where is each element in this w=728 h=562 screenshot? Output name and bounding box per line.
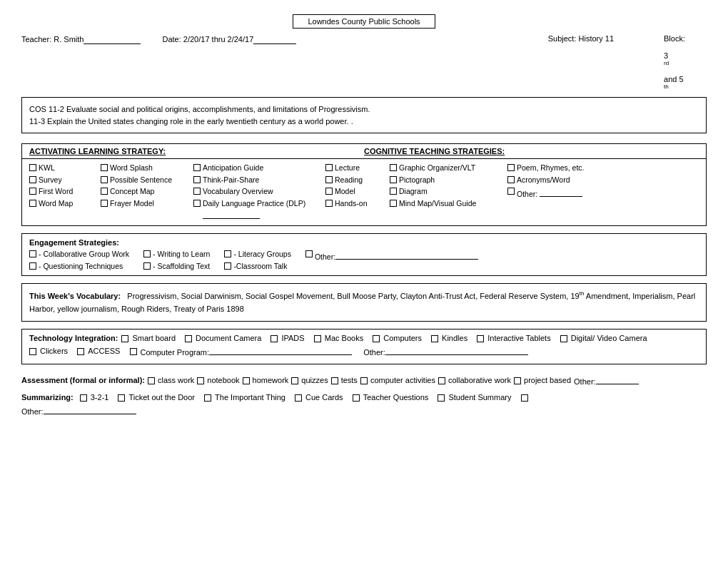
list-item: Graphic Organizer/VLT bbox=[390, 163, 507, 173]
ticketdoor-checkbox[interactable] bbox=[118, 394, 125, 402]
macbooks-label: Mac Books bbox=[325, 334, 363, 342]
wordmap-checkbox[interactable] bbox=[29, 200, 36, 207]
clickers-checkbox[interactable] bbox=[29, 348, 36, 355]
video-checkbox[interactable] bbox=[560, 335, 567, 342]
computers-checkbox[interactable] bbox=[373, 335, 380, 342]
kwl-label: KWL bbox=[39, 163, 55, 173]
notebook-checkbox[interactable] bbox=[197, 377, 204, 384]
list-item: Acronyms/Word bbox=[507, 175, 699, 185]
acronyms-label: Acronyms/Word bbox=[517, 175, 570, 185]
list-item: Possible Sentence bbox=[101, 175, 193, 185]
poem-checkbox[interactable] bbox=[507, 164, 515, 171]
possiblesentence-checkbox[interactable] bbox=[101, 176, 108, 183]
handson-checkbox[interactable] bbox=[325, 200, 333, 207]
lecture-checkbox[interactable] bbox=[325, 164, 333, 171]
homework-label: homework bbox=[253, 376, 289, 384]
ticketdoor-label: Ticket out the Door bbox=[128, 393, 195, 402]
compactivities-checkbox[interactable] bbox=[360, 377, 368, 384]
date-underline bbox=[253, 34, 296, 44]
other-engagement-checkbox[interactable] bbox=[305, 250, 313, 257]
321-checkbox[interactable] bbox=[80, 394, 87, 402]
kwl-checkbox[interactable] bbox=[29, 164, 36, 171]
block-label: Block: bbox=[664, 34, 685, 43]
projectbased-checkbox[interactable] bbox=[514, 377, 521, 384]
survey-checkbox[interactable] bbox=[29, 176, 36, 183]
list-item: -Classroom Talk bbox=[224, 262, 291, 272]
list-item: Think-Pair-Share bbox=[193, 175, 325, 185]
smartboard-checkbox[interactable] bbox=[121, 335, 128, 342]
graphicorg-checkbox[interactable] bbox=[390, 164, 397, 171]
technology-box: Technology Integration: Smart board Docu… bbox=[21, 329, 707, 364]
list-item: - Literacy Groups bbox=[224, 250, 291, 260]
lecture-label: Lecture bbox=[335, 163, 360, 173]
list-item: Lecture bbox=[325, 163, 390, 173]
importantthing-checkbox[interactable] bbox=[204, 394, 211, 402]
graphicorg-label: Graphic Organizer/VLT bbox=[399, 163, 475, 173]
cos-line1: COS 11-2 Evaluate social and political o… bbox=[29, 103, 699, 116]
block-field: Block: 3rd and 5th bbox=[664, 34, 685, 90]
collab-label: - Collaborative Group Work bbox=[39, 250, 129, 260]
wordsplash-checkbox[interactable] bbox=[101, 164, 108, 171]
scaffolding-checkbox[interactable] bbox=[143, 262, 151, 270]
kindles-label: Kindles bbox=[442, 334, 467, 342]
dlp-checkbox[interactable] bbox=[193, 200, 201, 207]
cuecards-checkbox[interactable] bbox=[295, 394, 302, 402]
model-checkbox[interactable] bbox=[325, 188, 333, 195]
list-item: Other: bbox=[507, 187, 699, 200]
vocaboverview-label: Vocabulary Overview bbox=[203, 187, 273, 197]
acronyms-checkbox[interactable] bbox=[507, 176, 515, 183]
technology-row1: Technology Integration: Smart board Docu… bbox=[29, 334, 699, 342]
conceptmap-checkbox[interactable] bbox=[101, 188, 108, 195]
doccam-label: Document Camera bbox=[196, 334, 261, 342]
doccam-checkbox[interactable] bbox=[185, 335, 192, 342]
compprogram-label: Computer Program: bbox=[141, 345, 353, 357]
firstword-checkbox[interactable] bbox=[29, 188, 36, 195]
tablets-checkbox[interactable] bbox=[477, 335, 484, 342]
pictograph-label: Pictograph bbox=[399, 175, 435, 185]
macbooks-checkbox[interactable] bbox=[314, 335, 321, 342]
survey-label: Survey bbox=[39, 175, 62, 185]
list-item: Daily Language Practice (DLP) bbox=[193, 199, 325, 221]
reading-checkbox[interactable] bbox=[325, 176, 333, 183]
compprogram-checkbox[interactable] bbox=[130, 348, 137, 355]
strategies-header: ACTIVATING LEARNING STRATEGY: COGNITIVE … bbox=[22, 144, 706, 159]
collab-checkbox[interactable] bbox=[29, 250, 36, 257]
activating-col1: KWL Survey First Word Word Map bbox=[29, 163, 101, 221]
kindles-checkbox[interactable] bbox=[431, 335, 438, 342]
frayermodel-checkbox[interactable] bbox=[101, 200, 108, 207]
teacher-row: Teacher: R. Smith Date: 2/20/17 thru 2/2… bbox=[21, 34, 707, 90]
activating-header: ACTIVATING LEARNING STRATEGY: bbox=[29, 147, 364, 155]
writing-checkbox[interactable] bbox=[143, 250, 151, 257]
diagram-checkbox[interactable] bbox=[390, 188, 397, 195]
vocaboverview-checkbox[interactable] bbox=[193, 188, 201, 195]
list-item: Word Map bbox=[29, 199, 101, 209]
list-item: Other: bbox=[305, 250, 699, 262]
quizzes-checkbox[interactable] bbox=[291, 377, 298, 384]
smartboard-label: Smart board bbox=[132, 334, 176, 342]
classwork-checkbox[interactable] bbox=[148, 377, 155, 384]
anticipation-checkbox[interactable] bbox=[193, 164, 201, 171]
teacher-field: Teacher: R. Smith bbox=[21, 34, 141, 44]
classroom-checkbox[interactable] bbox=[224, 262, 231, 270]
studentsummary-checkbox[interactable] bbox=[438, 394, 445, 402]
ipads-checkbox[interactable] bbox=[271, 335, 278, 342]
pictograph-checkbox[interactable] bbox=[390, 176, 397, 183]
cos-line2: 11-3 Explain the United states changing … bbox=[29, 116, 699, 128]
conceptmap-label: Concept Map bbox=[110, 187, 154, 197]
collabwork-checkbox[interactable] bbox=[438, 377, 445, 384]
access-checkbox[interactable] bbox=[77, 348, 84, 355]
homework-checkbox[interactable] bbox=[243, 377, 250, 384]
thinkpair-checkbox[interactable] bbox=[193, 176, 201, 183]
teacherq-checkbox[interactable] bbox=[353, 394, 360, 402]
mindmap-checkbox[interactable] bbox=[390, 200, 397, 207]
tests-checkbox[interactable] bbox=[331, 377, 338, 384]
questioning-checkbox[interactable] bbox=[29, 262, 36, 270]
summarizing-other-checkbox[interactable] bbox=[521, 394, 528, 402]
other-cog-checkbox[interactable] bbox=[507, 188, 515, 195]
reading-label: Reading bbox=[335, 175, 363, 185]
other-engagement-label: Other: bbox=[315, 250, 478, 262]
scaffolding-label: - Scaffolding Text bbox=[153, 262, 210, 272]
date-label: Date: bbox=[162, 35, 181, 44]
literacy-checkbox[interactable] bbox=[224, 250, 231, 257]
dlp-label: Daily Language Practice (DLP) bbox=[203, 199, 325, 221]
